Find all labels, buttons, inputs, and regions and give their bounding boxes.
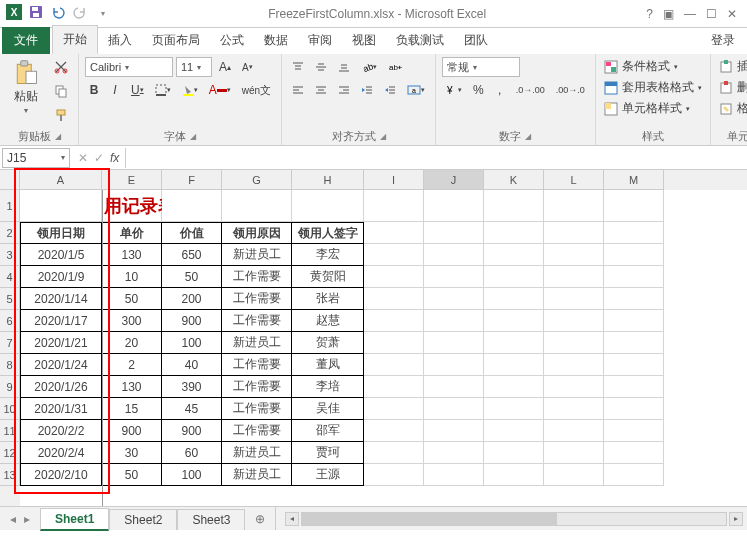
cell[interactable] bbox=[484, 244, 544, 266]
cell[interactable] bbox=[364, 190, 424, 222]
row-header[interactable]: 7 bbox=[0, 332, 20, 354]
cell[interactable]: 300 bbox=[102, 310, 162, 332]
cell[interactable]: 贺萧 bbox=[292, 332, 364, 354]
cell[interactable]: 领用日期 bbox=[20, 222, 102, 244]
cell[interactable] bbox=[544, 310, 604, 332]
cell[interactable]: 900 bbox=[162, 310, 222, 332]
cell[interactable] bbox=[484, 354, 544, 376]
font-size-combo[interactable]: 11▾ bbox=[176, 57, 212, 77]
format-as-table-button[interactable]: 套用表格格式▾ bbox=[602, 78, 704, 97]
cell[interactable]: 赵慧 bbox=[292, 310, 364, 332]
cut-button[interactable] bbox=[50, 57, 72, 77]
cell[interactable]: 650 bbox=[162, 244, 222, 266]
tab-data[interactable]: 数据 bbox=[254, 27, 298, 54]
sheet-tab-3[interactable]: Sheet3 bbox=[177, 509, 245, 530]
redo-icon[interactable] bbox=[72, 4, 88, 23]
cell[interactable] bbox=[292, 190, 364, 222]
cell[interactable]: 工作需要 bbox=[222, 420, 292, 442]
cell[interactable]: 2020/1/26 bbox=[20, 376, 102, 398]
cell[interactable] bbox=[364, 222, 424, 244]
cell[interactable] bbox=[364, 288, 424, 310]
cell[interactable]: 新进员工 bbox=[222, 442, 292, 464]
cell[interactable]: 李宏 bbox=[292, 244, 364, 266]
increase-font-button[interactable]: A▴ bbox=[215, 57, 235, 77]
cell[interactable] bbox=[162, 190, 222, 222]
cell[interactable]: 工作需要 bbox=[222, 266, 292, 288]
alignment-launcher-icon[interactable]: ◢ bbox=[380, 132, 386, 141]
conditional-format-button[interactable]: 条件格式▾ bbox=[602, 57, 704, 76]
cell[interactable]: 新进员工 bbox=[222, 464, 292, 486]
enter-formula-icon[interactable]: ✓ bbox=[94, 151, 104, 165]
worksheet[interactable]: A E F G H I J K L M 12345678910111213 用记… bbox=[0, 170, 747, 506]
align-bottom-button[interactable] bbox=[334, 57, 354, 77]
decrease-font-button[interactable]: A▾ bbox=[238, 57, 257, 77]
cell[interactable]: 2020/1/5 bbox=[20, 244, 102, 266]
cell[interactable] bbox=[424, 376, 484, 398]
cell[interactable] bbox=[424, 222, 484, 244]
scroll-right-button[interactable]: ▸ bbox=[729, 512, 743, 526]
cell[interactable]: 工作需要 bbox=[222, 354, 292, 376]
cell[interactable] bbox=[544, 420, 604, 442]
col-header-e[interactable]: E bbox=[102, 170, 162, 190]
cell[interactable]: 工作需要 bbox=[222, 310, 292, 332]
cell[interactable] bbox=[424, 420, 484, 442]
cell-styles-button[interactable]: 单元格样式▾ bbox=[602, 99, 704, 118]
decrease-decimal-button[interactable]: .00→.0 bbox=[552, 80, 589, 100]
cell[interactable] bbox=[424, 244, 484, 266]
cell[interactable]: 贾珂 bbox=[292, 442, 364, 464]
row-header[interactable]: 5 bbox=[0, 288, 20, 310]
cell[interactable]: 2020/1/17 bbox=[20, 310, 102, 332]
row-header[interactable]: 8 bbox=[0, 354, 20, 376]
cell[interactable]: 130 bbox=[102, 376, 162, 398]
col-header-i[interactable]: I bbox=[364, 170, 424, 190]
row-header[interactable]: 13 bbox=[0, 464, 20, 486]
cell[interactable]: 邵军 bbox=[292, 420, 364, 442]
cell[interactable] bbox=[604, 266, 664, 288]
italic-button[interactable]: I bbox=[106, 80, 124, 100]
cell[interactable]: 130 bbox=[102, 244, 162, 266]
maximize-button[interactable]: ☐ bbox=[706, 7, 717, 21]
orientation-button[interactable]: ab▾ bbox=[357, 57, 381, 77]
col-header-k[interactable]: K bbox=[484, 170, 544, 190]
cell[interactable] bbox=[364, 244, 424, 266]
cell[interactable]: 2020/1/21 bbox=[20, 332, 102, 354]
bold-button[interactable]: B bbox=[85, 80, 103, 100]
cell[interactable] bbox=[544, 244, 604, 266]
cell[interactable] bbox=[364, 464, 424, 486]
cell[interactable]: 2020/1/31 bbox=[20, 398, 102, 420]
paste-button[interactable]: 粘贴 ▾ bbox=[6, 57, 46, 117]
cell[interactable] bbox=[544, 332, 604, 354]
row-header[interactable]: 6 bbox=[0, 310, 20, 332]
row-header[interactable]: 9 bbox=[0, 376, 20, 398]
login-link[interactable]: 登录 bbox=[701, 27, 745, 54]
cell[interactable]: 100 bbox=[162, 464, 222, 486]
row-header[interactable]: 2 bbox=[0, 222, 20, 244]
cell[interactable] bbox=[484, 376, 544, 398]
cell[interactable]: 新进员工 bbox=[222, 244, 292, 266]
select-all-corner[interactable] bbox=[0, 170, 20, 190]
cell[interactable]: 200 bbox=[162, 288, 222, 310]
wrap-text-button[interactable]: ab↵ bbox=[384, 57, 406, 77]
cell[interactable] bbox=[544, 464, 604, 486]
fx-icon[interactable]: fx bbox=[110, 151, 119, 165]
cell[interactable]: 2020/1/9 bbox=[20, 266, 102, 288]
percent-button[interactable]: % bbox=[469, 80, 488, 100]
horizontal-scrollbar[interactable]: ◂ ▸ bbox=[281, 512, 747, 526]
cell[interactable] bbox=[484, 222, 544, 244]
comma-button[interactable]: , bbox=[491, 80, 509, 100]
phonetic-button[interactable]: wén文 bbox=[238, 80, 275, 100]
cell[interactable] bbox=[364, 420, 424, 442]
cell[interactable] bbox=[424, 310, 484, 332]
col-header-l[interactable]: L bbox=[544, 170, 604, 190]
cell[interactable]: 100 bbox=[162, 332, 222, 354]
cell[interactable] bbox=[604, 354, 664, 376]
cell[interactable] bbox=[484, 442, 544, 464]
close-button[interactable]: ✕ bbox=[727, 7, 737, 21]
cell[interactable]: 工作需要 bbox=[222, 288, 292, 310]
help-button[interactable]: ? bbox=[646, 7, 653, 21]
tab-loadtest[interactable]: 负载测试 bbox=[386, 27, 454, 54]
cell[interactable]: 60 bbox=[162, 442, 222, 464]
minimize-button[interactable]: — bbox=[684, 7, 696, 21]
row-header[interactable]: 11 bbox=[0, 420, 20, 442]
cell[interactable] bbox=[364, 310, 424, 332]
